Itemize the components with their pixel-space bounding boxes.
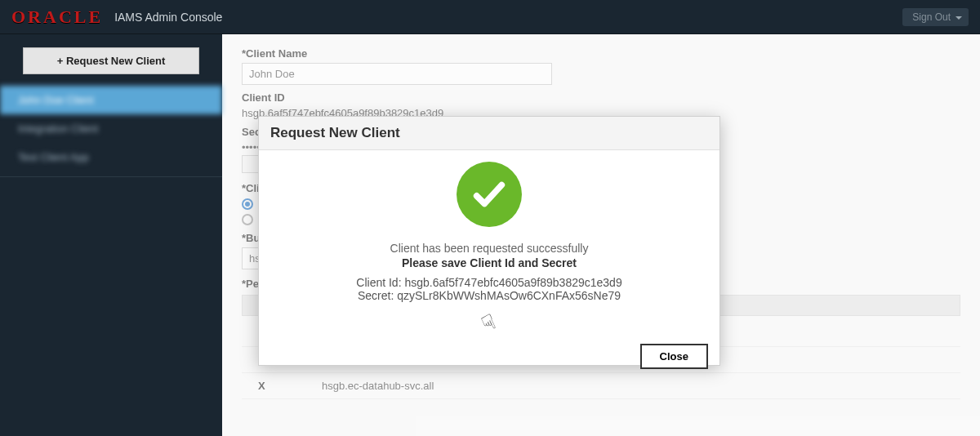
modal-title: Request New Client	[259, 117, 719, 150]
user-menu-dropdown[interactable]: Sign Out	[902, 8, 969, 26]
result-secret: Secret: qzySLr8KbWWshMAsOw6CXnFAx56sNe79	[358, 289, 621, 302]
sidebar: + Request New Client John Doe Client Int…	[0, 34, 222, 436]
success-message-line1: Client has been requested successfully	[390, 242, 589, 255]
brand-logo: ORACLE	[11, 7, 103, 28]
sidebar-item-client-0[interactable]: John Doe Client	[0, 86, 222, 114]
app-title: IAMS Admin Console	[114, 11, 222, 24]
request-client-result-modal: Request New Client Client has been reque…	[258, 116, 720, 366]
pointer-cursor-icon: ☟	[478, 309, 501, 337]
sidebar-item-client-2[interactable]: Test Client App	[0, 143, 222, 171]
sidebar-item-client-1[interactable]: Integration Client	[0, 114, 222, 143]
result-client-id: Client Id: hsgb.6af5f747ebfc4605a9f89b38…	[356, 276, 621, 289]
success-check-icon	[457, 162, 522, 227]
app-header: ORACLE IAMS Admin Console Sign Out	[0, 0, 980, 34]
success-message-line2: Please save Client Id and Secret	[402, 256, 577, 269]
request-new-client-button[interactable]: + Request New Client	[23, 47, 199, 74]
close-button[interactable]: Close	[640, 344, 708, 369]
